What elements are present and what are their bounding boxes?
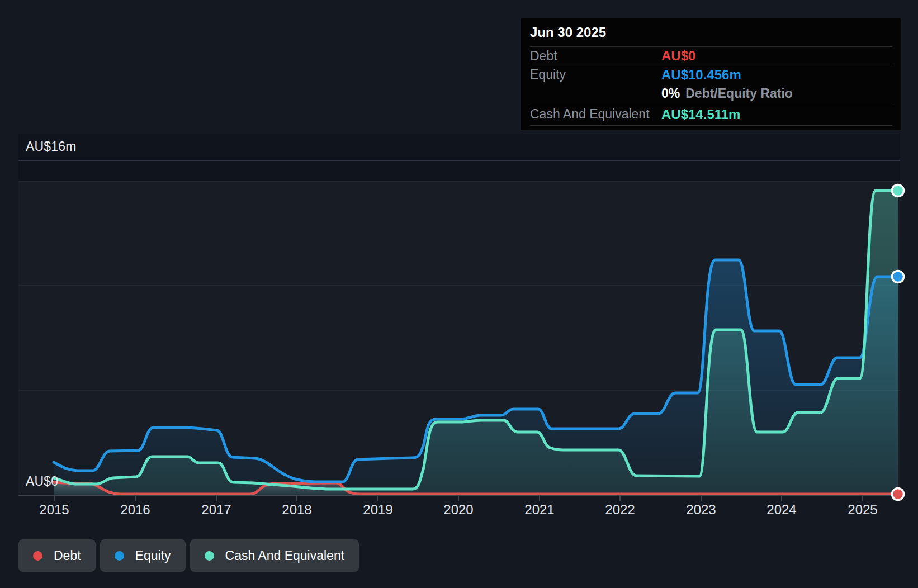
tooltip-equity-value: AU$10.456m	[661, 67, 741, 83]
legend-item-cash[interactable]: Cash And Equivalent	[190, 539, 359, 572]
hover-tooltip: Jun 30 2025 Debt AU$0 Equity AU$10.456m …	[521, 18, 901, 130]
tooltip-debt-value: AU$0	[661, 48, 695, 64]
tooltip-ratio-row: 0% Debt/Equity Ratio	[530, 84, 892, 103]
tooltip-cash-row: Cash And Equivalent AU$14.511m	[530, 103, 892, 126]
legend-debt-label: Debt	[54, 548, 81, 563]
x-axis-ticks	[54, 496, 863, 501]
tooltip-equity-row: Equity AU$10.456m	[530, 65, 892, 84]
tooltip-cash-label: Cash And Equivalent	[530, 107, 661, 122]
tooltip-equity-label: Equity	[530, 67, 661, 82]
x-axis-label-2022: 2022	[605, 502, 635, 518]
tooltip-ratio-label: Debt/Equity Ratio	[685, 86, 793, 101]
x-axis-label-2020: 2020	[443, 502, 473, 518]
debt-equity-history-chart: AU$16m AU$0 2015 2016 2017 2018 2019 202…	[0, 0, 918, 588]
cash-legend-dot-icon	[205, 551, 214, 561]
legend: Debt Equity Cash And Equivalent	[18, 539, 359, 572]
x-axis-label-2015: 2015	[39, 502, 69, 518]
x-axis-label-2018: 2018	[282, 502, 311, 518]
legend-equity-label: Equity	[135, 548, 171, 563]
plot-top-band	[18, 134, 900, 181]
tooltip-cash-value: AU$14.511m	[661, 107, 740, 122]
equity-legend-dot-icon	[115, 551, 124, 561]
x-axis-label-2017: 2017	[201, 502, 231, 518]
equity-endpoint-marker[interactable]	[892, 271, 904, 283]
debt-legend-dot-icon	[33, 551, 42, 561]
legend-item-debt[interactable]: Debt	[18, 539, 96, 572]
tooltip-debt-label: Debt	[530, 49, 661, 64]
tooltip-debt-row: Debt AU$0	[530, 47, 892, 65]
x-axis-label-2024: 2024	[766, 502, 796, 518]
x-axis-label-2019: 2019	[363, 502, 392, 518]
x-axis-label-2023: 2023	[686, 502, 716, 518]
y-axis-label-0: AU$0	[26, 474, 58, 489]
y-axis-label-16m: AU$16m	[26, 139, 77, 154]
tooltip-date: Jun 30 2025	[530, 18, 892, 46]
cash-endpoint-marker[interactable]	[892, 185, 904, 197]
debt-endpoint-marker[interactable]	[892, 489, 904, 500]
legend-cash-label: Cash And Equivalent	[225, 548, 345, 563]
x-axis-label-2025: 2025	[848, 502, 877, 518]
tooltip-equity-block: Equity AU$10.456m 0% Debt/Equity Ratio	[530, 65, 892, 103]
x-axis-label-2021: 2021	[524, 502, 554, 518]
legend-item-equity[interactable]: Equity	[100, 539, 186, 572]
x-axis-label-2016: 2016	[120, 502, 150, 518]
tooltip-ratio-value: 0%	[661, 86, 680, 101]
